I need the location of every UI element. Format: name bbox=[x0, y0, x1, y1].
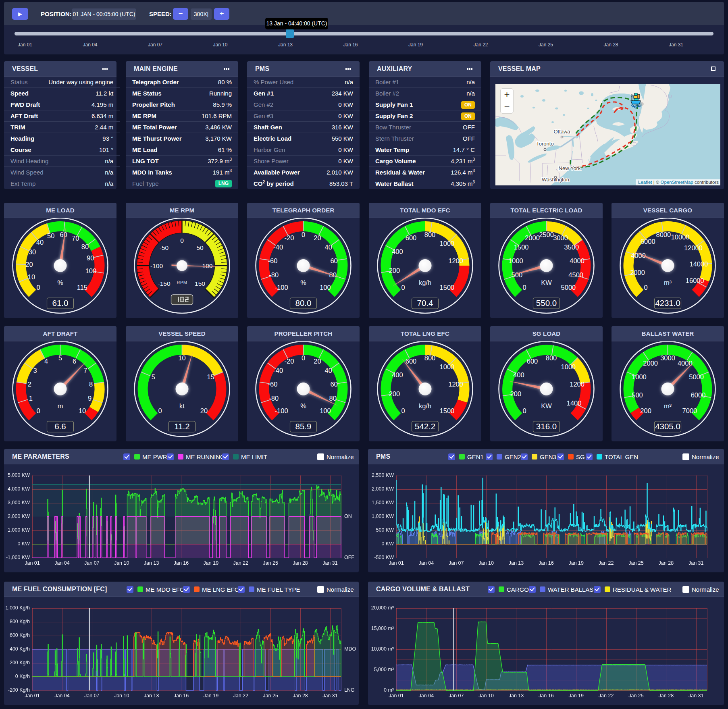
svg-text:100: 100 bbox=[320, 407, 331, 414]
svg-text:kg/h: kg/h bbox=[419, 279, 431, 286]
svg-text:3500: 3500 bbox=[564, 243, 579, 251]
svg-text:50: 50 bbox=[47, 232, 54, 239]
svg-text:600: 600 bbox=[406, 234, 417, 241]
svg-text:9: 9 bbox=[88, 395, 92, 402]
svg-text:-20: -20 bbox=[285, 358, 294, 365]
svg-text:60: 60 bbox=[330, 257, 337, 264]
svg-text:600: 600 bbox=[406, 358, 417, 365]
svg-text:5: 5 bbox=[152, 373, 155, 380]
svg-text:800: 800 bbox=[424, 354, 436, 362]
svg-text:-100: -100 bbox=[275, 407, 288, 414]
svg-text:m: m bbox=[58, 402, 63, 410]
svg-text:80.0: 80.0 bbox=[295, 298, 312, 308]
svg-text:316.0: 316.0 bbox=[536, 422, 557, 431]
svg-text:0: 0 bbox=[401, 407, 405, 414]
svg-text:1: 1 bbox=[29, 395, 33, 402]
svg-text:400: 400 bbox=[513, 371, 524, 378]
svg-text:10: 10 bbox=[178, 354, 185, 362]
svg-text:200: 200 bbox=[510, 390, 522, 397]
svg-text:5000: 5000 bbox=[689, 373, 704, 380]
svg-text:0: 0 bbox=[523, 284, 526, 291]
svg-text:50: 50 bbox=[196, 244, 204, 251]
svg-text:550.0: 550.0 bbox=[536, 298, 557, 308]
svg-text:%: % bbox=[300, 279, 306, 286]
svg-text:6000: 6000 bbox=[641, 238, 655, 245]
svg-text:0: 0 bbox=[644, 284, 648, 291]
svg-text:5: 5 bbox=[58, 354, 62, 362]
svg-text:1000: 1000 bbox=[561, 363, 576, 370]
svg-text:16000: 16000 bbox=[686, 277, 704, 284]
svg-text:1000: 1000 bbox=[632, 373, 647, 380]
svg-text:5000: 5000 bbox=[561, 284, 576, 291]
svg-text:m³: m³ bbox=[664, 279, 672, 286]
svg-text:0: 0 bbox=[37, 407, 40, 414]
svg-text:-80: -80 bbox=[269, 395, 279, 402]
svg-text:1500: 1500 bbox=[514, 243, 529, 251]
svg-text:11.2: 11.2 bbox=[174, 422, 189, 431]
svg-text:8: 8 bbox=[89, 380, 93, 388]
svg-text:4500: 4500 bbox=[568, 271, 583, 279]
svg-text:100: 100 bbox=[320, 284, 331, 291]
svg-text:12000: 12000 bbox=[684, 244, 703, 252]
svg-text:1000: 1000 bbox=[440, 363, 455, 370]
svg-text:2500: 2500 bbox=[539, 231, 554, 238]
svg-text:20: 20 bbox=[200, 407, 208, 414]
svg-text:-150: -150 bbox=[158, 280, 170, 287]
svg-text:6.6: 6.6 bbox=[54, 422, 66, 431]
svg-text:70: 70 bbox=[72, 235, 79, 242]
svg-text:0: 0 bbox=[302, 231, 305, 238]
svg-text:7: 7 bbox=[83, 367, 87, 374]
svg-text:1000: 1000 bbox=[440, 240, 455, 247]
svg-text:70.4: 70.4 bbox=[417, 298, 433, 308]
svg-text:-100: -100 bbox=[275, 284, 288, 291]
svg-text:61.0: 61.0 bbox=[52, 298, 69, 308]
svg-text:10: 10 bbox=[79, 407, 86, 414]
svg-text:20: 20 bbox=[314, 234, 321, 241]
svg-text:30: 30 bbox=[29, 248, 36, 256]
svg-text:2000: 2000 bbox=[643, 360, 658, 367]
svg-text:200: 200 bbox=[389, 390, 400, 397]
svg-text:1500: 1500 bbox=[440, 407, 455, 414]
svg-text:40: 40 bbox=[36, 239, 44, 246]
svg-text:1200: 1200 bbox=[570, 380, 584, 388]
svg-text:200: 200 bbox=[640, 407, 651, 414]
svg-text:85.9: 85.9 bbox=[295, 422, 312, 431]
svg-text:100: 100 bbox=[85, 267, 97, 274]
svg-text:1500: 1500 bbox=[440, 284, 455, 291]
svg-text:40: 40 bbox=[325, 243, 332, 251]
svg-text:10000: 10000 bbox=[671, 233, 690, 241]
svg-text:90: 90 bbox=[87, 254, 94, 262]
svg-text:1400: 1400 bbox=[567, 399, 582, 407]
svg-text:4305.0: 4305.0 bbox=[655, 422, 680, 431]
svg-text:80: 80 bbox=[81, 243, 89, 250]
svg-text:6: 6 bbox=[73, 358, 76, 365]
svg-text:0: 0 bbox=[158, 407, 162, 414]
svg-text:800: 800 bbox=[424, 231, 436, 238]
svg-text:10: 10 bbox=[28, 273, 35, 281]
svg-text:3000: 3000 bbox=[660, 354, 675, 362]
svg-text:80: 80 bbox=[329, 395, 337, 402]
svg-text:40: 40 bbox=[325, 367, 332, 374]
svg-text:400: 400 bbox=[392, 371, 403, 378]
svg-text:0: 0 bbox=[180, 237, 184, 244]
svg-text:-40: -40 bbox=[273, 367, 283, 374]
svg-text:-50: -50 bbox=[160, 244, 169, 251]
svg-text:0: 0 bbox=[37, 284, 40, 291]
svg-text:KW: KW bbox=[541, 402, 552, 410]
svg-text:800: 800 bbox=[546, 354, 557, 362]
svg-text:100: 100 bbox=[202, 262, 213, 269]
svg-text:150: 150 bbox=[195, 280, 205, 287]
svg-text:1200: 1200 bbox=[448, 380, 463, 388]
svg-text:%: % bbox=[300, 402, 306, 410]
svg-text:kt: kt bbox=[179, 402, 185, 410]
svg-text:542.2: 542.2 bbox=[415, 422, 435, 431]
svg-text:2000: 2000 bbox=[525, 234, 540, 241]
svg-text:20: 20 bbox=[25, 261, 33, 268]
svg-text:KW: KW bbox=[541, 279, 552, 286]
svg-text:200: 200 bbox=[389, 267, 400, 274]
svg-text:2000: 2000 bbox=[630, 269, 645, 276]
svg-text:2: 2 bbox=[28, 380, 31, 388]
svg-text:Ottawa: Ottawa bbox=[553, 129, 570, 135]
svg-text:15: 15 bbox=[207, 373, 214, 380]
svg-text:7000: 7000 bbox=[682, 407, 697, 414]
